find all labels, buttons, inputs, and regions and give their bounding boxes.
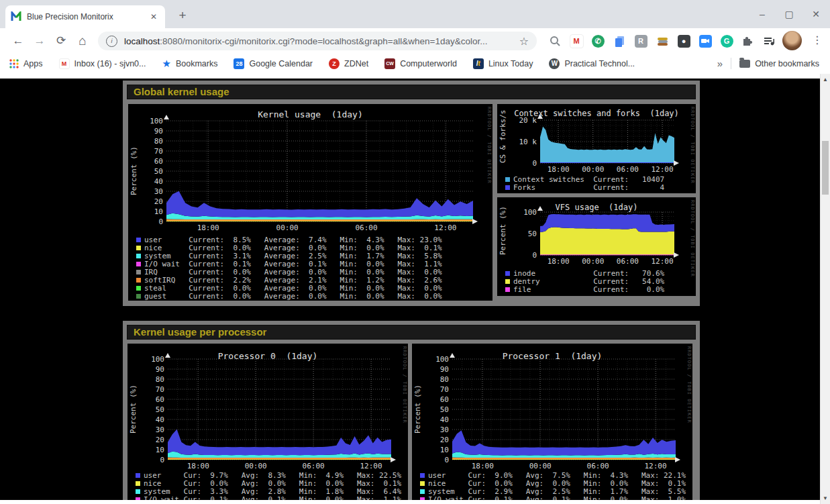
playlist-extension-icon[interactable] [761,33,777,49]
bookmark-bookmarks[interactable]: ★ Bookmarks [162,58,218,70]
calendar-icon: 28 [234,58,244,69]
svg-text:90: 90 [154,127,163,136]
svg-text:00:00: 00:00 [245,462,267,470]
password-extension-icon[interactable]: ● [676,33,692,49]
computerworld-icon: CW [384,58,395,69]
kernel-usage-graph[interactable]: Kernel usage (1day) Percent (%) RRDTOOL … [128,104,492,301]
legend-color-swatch [505,185,510,190]
gmail-extension-icon[interactable]: M [568,33,584,49]
folder-icon [739,60,750,68]
close-icon[interactable]: ✕ [807,5,825,23]
wordpress-icon: W [549,58,560,69]
browser-tab[interactable]: Blue Precision Monitorix ✕ [5,5,165,28]
legend-row: IRQ Current: 0.0% Average: 0.0% Min: 0.0… [136,268,442,276]
legend-color-swatch [136,246,141,250]
new-tab-button[interactable]: + [174,7,191,23]
processor-1-graph[interactable]: Processor 1 (1day) Percent (%) RRDTOOL /… [412,344,692,500]
svg-text:40: 40 [440,415,449,424]
bookmark-linux-today[interactable]: lt Linux Today [473,58,533,69]
forward-icon[interactable]: → [31,32,48,50]
bookmark-computerworld[interactable]: CW Computerworld [384,58,457,69]
extensions-puzzle-icon[interactable] [739,33,756,49]
svg-text:40: 40 [156,415,164,424]
svg-text:80: 80 [154,137,163,146]
monitorix-favicon-icon [11,11,21,22]
maximize-icon[interactable]: ▢ [780,5,798,23]
svg-text:90: 90 [440,365,449,374]
processor-0-legend: user Cur: 9.7% Avg: 8.3% Min: 4.9% Max: … [136,471,401,500]
svg-text:0: 0 [532,251,537,260]
svg-text:50: 50 [440,405,449,414]
svg-text:20: 20 [154,197,163,206]
apps-grid-icon [9,59,19,68]
svg-text:50: 50 [154,167,163,176]
profile-avatar[interactable] [782,31,802,50]
tab-close-icon[interactable]: ✕ [148,11,160,23]
bookmark-practical-technology[interactable]: W Practical Technol... [549,58,635,69]
copy-pages-extension-icon[interactable] [611,33,627,49]
legend-row: file Current: 0.0% [505,285,664,293]
scrollbar-thumb[interactable] [822,141,829,195]
context-switches-graph[interactable]: Context switches and forks (1day) CS & f… [497,104,696,193]
bookmark-apps[interactable]: Apps [9,59,43,68]
svg-text:70: 70 [154,147,163,156]
scroll-up-icon[interactable]: ▲ [821,77,830,83]
minimize-icon[interactable]: – [754,5,771,23]
vertical-scrollbar[interactable]: ▲ ▼ [820,74,830,504]
tab-title: Blue Precision Monitorix [27,12,148,21]
scroll-down-icon[interactable]: ▼ [821,495,830,501]
legend-row: Context switches Current: 10407 [505,175,664,183]
svg-text:06:00: 06:00 [617,257,639,266]
page-info-icon[interactable]: i [106,36,117,47]
legend-color-swatch [136,489,140,494]
svg-text:0: 0 [158,217,163,226]
bookmark-star-icon[interactable]: ☆ [519,35,529,48]
address-bar[interactable]: i localhost:8080/monitorix-cgi/monitorix… [98,32,537,50]
bookmarks-overflow-icon[interactable]: » [717,58,723,69]
browser-menu-icon[interactable]: ⋮ [809,32,825,48]
legend-color-swatch [136,278,141,283]
r-extension-icon[interactable]: R [633,33,649,49]
svg-text:60: 60 [154,157,163,166]
svg-text:100: 100 [435,355,449,364]
svg-text:18:00: 18:00 [548,257,570,266]
tab-strip: Blue Precision Monitorix ✕ + – ▢ ✕ [0,0,830,28]
processor-0-graph[interactable]: Processor 0 (1day) Percent (%) RRDTOOL /… [127,344,408,500]
svg-text:00:00: 00:00 [276,223,299,232]
search-extension-icon[interactable] [547,33,563,49]
legend-color-swatch [505,271,510,276]
voice-extension-icon[interactable]: ✆ [590,33,606,49]
legend-row: nice Cur: 0.0% Avg: 0.0% Min: 0.0% Max: … [420,479,686,487]
other-bookmarks-button[interactable]: Other bookmarks [739,59,819,68]
vfs-usage-legend: inode Current: 70.6%dentry Current: 54.0… [505,269,664,293]
books-extension-icon[interactable] [654,33,670,49]
bookmark-google-calendar[interactable]: 28 Google Calendar [234,58,313,69]
svg-text:0: 0 [532,159,537,168]
svg-text:10: 10 [156,446,164,454]
svg-text:00:00: 00:00 [582,257,604,266]
svg-text:12:00: 12:00 [434,223,456,232]
svg-text:18:00: 18:00 [187,462,209,470]
legend-color-swatch [136,262,141,266]
section-global-kernel-usage: Global kernel usage Kernel usage (1day) … [123,81,700,306]
legend-row: nice Current: 0.0% Average: 0.0% Min: 0.… [136,244,442,252]
svg-text:18:00: 18:00 [197,223,219,232]
vfs-usage-graph[interactable]: VFS usage (1day) Percent (%) RRDTOOL / T… [497,197,696,296]
home-icon[interactable]: ⌂ [74,32,91,50]
legend-color-swatch [505,287,510,292]
legend-row: nice Cur: 0.0% Avg: 0.0% Min: 0.0% Max: … [136,479,401,487]
svg-text:10: 10 [154,207,163,216]
back-icon[interactable]: ← [9,32,27,50]
bookmark-zdnet[interactable]: Z ZDNet [329,58,368,69]
bookmark-inbox[interactable]: M Inbox (16) - sjvn0... [59,58,146,69]
svg-text:0: 0 [444,456,449,464]
reload-icon[interactable]: ⟳ [52,32,70,50]
svg-text:50: 50 [156,405,164,414]
svg-text:30: 30 [440,425,449,434]
legend-color-swatch [420,481,425,486]
grammarly-extension-icon[interactable]: G [719,33,735,49]
zoom-extension-icon[interactable] [697,33,713,49]
svg-text:20: 20 [440,436,449,444]
legend-color-swatch [136,270,141,274]
legend-color-swatch [136,497,140,501]
